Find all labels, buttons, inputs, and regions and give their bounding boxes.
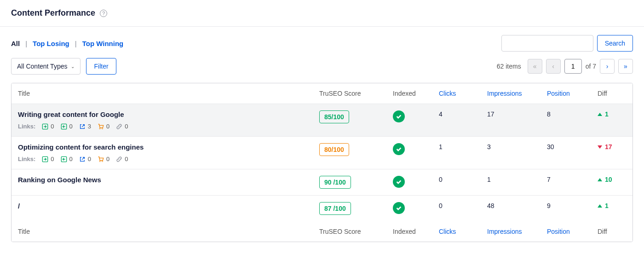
prev-page-button: ‹ (546, 59, 561, 74)
col-title: Title (12, 221, 313, 242)
col-position[interactable]: Position (540, 221, 591, 242)
col-impressions[interactable]: Impressions (481, 221, 540, 242)
search-input[interactable] (501, 35, 593, 52)
svg-point-6 (99, 161, 100, 162)
first-page-button: « (528, 59, 542, 74)
cell-clicks: 0 (432, 169, 481, 195)
table-row[interactable]: Ranking on Google News 90 /100 0 1 7 10 (12, 169, 632, 196)
col-impressions[interactable]: Impressions (481, 83, 540, 104)
links-external[interactable]: 3 (79, 123, 91, 130)
cell-impressions: 3 (481, 137, 540, 169)
cell-score: 85/100 (313, 104, 386, 136)
chevron-down-icon: ⌄ (71, 64, 75, 69)
col-diff: Diff (591, 83, 632, 104)
items-count: 62 items (497, 63, 521, 70)
cell-title: Optimizing content for search engines Li… (12, 137, 313, 169)
table-row[interactable]: Optimizing content for search engines Li… (12, 137, 632, 169)
table-header-row: Title TruSEO Score Indexed Clicks Impres… (12, 83, 632, 104)
cell-indexed (386, 104, 432, 136)
cell-position: 30 (540, 137, 591, 169)
cell-title: Writing great content for Google Links: … (12, 104, 313, 136)
links-url[interactable]: 0 (116, 123, 128, 130)
cell-impressions: 1 (481, 169, 540, 195)
cell-impressions: 48 (481, 196, 540, 221)
svg-point-7 (102, 161, 103, 162)
cell-indexed (386, 169, 432, 195)
content-types-dropdown[interactable]: All Content Types ⌄ (11, 58, 80, 75)
dropdown-label: All Content Types (17, 63, 67, 70)
next-page-button[interactable]: › (600, 59, 615, 74)
svg-point-3 (102, 128, 103, 129)
col-indexed: Indexed (386, 83, 432, 104)
links-affiliate[interactable]: 0 (98, 156, 109, 162)
content-table: Title TruSEO Score Indexed Clicks Impres… (11, 83, 633, 242)
cell-clicks: 0 (432, 196, 481, 221)
tab-top-winning[interactable]: Top Winning (82, 40, 124, 47)
links-affiliate[interactable]: 0 (98, 123, 109, 130)
cell-score: 90 /100 (313, 169, 386, 195)
table-footer-row: Title TruSEO Score Indexed Clicks Impres… (12, 221, 632, 242)
row-title[interactable]: Optimizing content for search engines (18, 143, 306, 151)
svg-point-2 (99, 128, 100, 129)
controls-row-1: All | Top Losing | Top Winning Search (0, 27, 644, 52)
links-outgoing[interactable]: 0 (61, 156, 73, 162)
links-row: Links: 0 0 0 0 0 (18, 156, 306, 162)
table-row[interactable]: / 87 /100 0 48 9 1 (12, 196, 632, 221)
links-internal[interactable]: 0 (42, 123, 54, 130)
diff-value: 1 (598, 110, 609, 118)
page-input[interactable] (564, 59, 582, 74)
external-link-icon (79, 156, 86, 162)
page-header: Content Performance ? (0, 0, 644, 27)
controls-row-2: All Content Types ⌄ Filter 62 items « ‹ … (0, 52, 644, 83)
triangle-down-icon (598, 145, 602, 149)
row-title[interactable]: / (18, 202, 306, 210)
internal-link-in-icon (42, 123, 48, 130)
cell-impressions: 17 (481, 104, 540, 136)
tab-all[interactable]: All (11, 40, 20, 47)
links-outgoing[interactable]: 0 (61, 123, 73, 130)
internal-link-out-icon (61, 123, 67, 130)
table-row[interactable]: Writing great content for Google Links: … (12, 104, 632, 137)
cell-indexed (386, 137, 432, 169)
indexed-check-icon (393, 176, 405, 188)
help-icon[interactable]: ? (100, 10, 107, 17)
indexed-check-icon (393, 202, 405, 214)
cell-score: 87 /100 (313, 196, 386, 221)
last-page-button[interactable]: » (618, 59, 633, 74)
row-title[interactable]: Writing great content for Google (18, 110, 306, 118)
cell-diff: 17 (591, 137, 632, 169)
pagination: 62 items « ‹ of 7 › » (497, 59, 633, 74)
col-diff: Diff (591, 221, 632, 242)
col-indexed: Indexed (386, 221, 432, 242)
indexed-check-icon (393, 143, 405, 155)
search-button[interactable]: Search (597, 35, 633, 52)
truseo-score-badge: 87 /100 (319, 202, 351, 215)
cell-score: 80/100 (313, 137, 386, 169)
filter-button[interactable]: Filter (86, 58, 116, 75)
tab-separator: | (25, 40, 27, 47)
links-row: Links: 0 0 3 0 0 (18, 123, 306, 130)
indexed-check-icon (393, 110, 405, 122)
search-group: Search (501, 35, 633, 52)
tab-separator: | (75, 40, 77, 47)
links-internal[interactable]: 0 (42, 156, 54, 162)
col-position[interactable]: Position (540, 83, 591, 104)
links-url[interactable]: 0 (116, 156, 128, 162)
cell-indexed (386, 196, 432, 221)
diff-value: 17 (598, 143, 612, 150)
links-external[interactable]: 0 (79, 156, 91, 162)
col-clicks[interactable]: Clicks (432, 221, 481, 242)
cell-clicks: 1 (432, 137, 481, 169)
col-score: TruSEO Score (313, 221, 386, 242)
triangle-up-icon (598, 178, 602, 181)
row-title[interactable]: Ranking on Google News (18, 176, 306, 184)
diff-value: 10 (598, 176, 612, 183)
cell-title: / (12, 196, 313, 221)
col-score: TruSEO Score (313, 83, 386, 104)
diff-value: 1 (598, 202, 609, 209)
page-of-label: of 7 (586, 63, 596, 70)
internal-link-in-icon (42, 156, 48, 162)
tab-top-losing[interactable]: Top Losing (33, 40, 69, 47)
col-clicks[interactable]: Clicks (432, 83, 481, 104)
cell-diff: 10 (591, 169, 632, 195)
